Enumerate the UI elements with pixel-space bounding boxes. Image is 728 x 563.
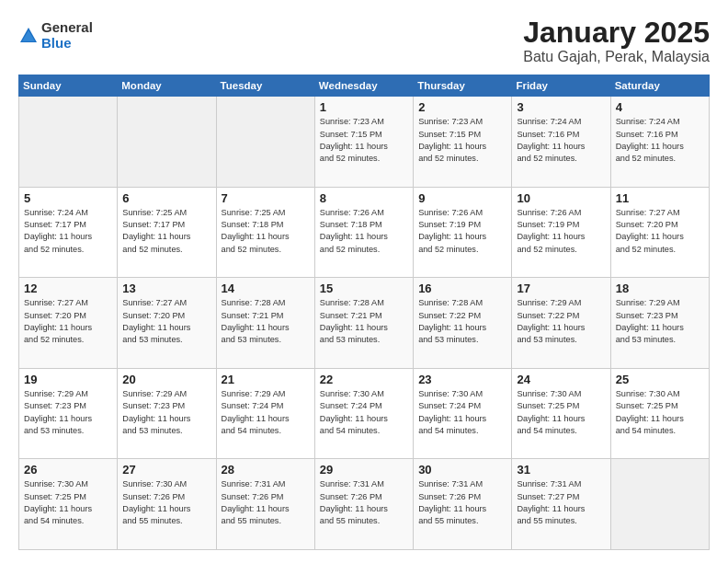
calendar-page: General Blue January 2025 Batu Gajah, Pe…: [0, 0, 728, 563]
day-info: Sunrise: 7:25 AM Sunset: 7:18 PM Dayligh…: [222, 207, 310, 256]
day-info: Sunrise: 7:30 AM Sunset: 7:25 PM Dayligh…: [616, 388, 704, 437]
day-number: 12: [24, 282, 112, 295]
day-number: 26: [24, 463, 112, 477]
day-number: 7: [222, 191, 310, 205]
day-number: 3: [517, 100, 605, 114]
day-cell: 31Sunrise: 7:31 AM Sunset: 7:27 PM Dayli…: [512, 459, 610, 550]
title-block: January 2025 Batu Gajah, Perak, Malaysia: [523, 17, 710, 65]
day-number: 29: [320, 463, 408, 477]
day-info: Sunrise: 7:29 AM Sunset: 7:24 PM Dayligh…: [222, 388, 310, 437]
day-cell: 12Sunrise: 7:27 AM Sunset: 7:20 PM Dayli…: [19, 278, 118, 369]
day-info: Sunrise: 7:24 AM Sunset: 7:16 PM Dayligh…: [517, 116, 605, 165]
day-cell: 9Sunrise: 7:26 AM Sunset: 7:19 PM Daylig…: [414, 187, 512, 278]
day-info: Sunrise: 7:26 AM Sunset: 7:19 PM Dayligh…: [418, 207, 506, 256]
header-row: SundayMondayTuesdayWednesdayThursdayFrid…: [19, 75, 710, 97]
day-number: 2: [418, 100, 506, 114]
day-cell: 19Sunrise: 7:29 AM Sunset: 7:23 PM Dayli…: [19, 368, 118, 459]
day-number: 22: [320, 373, 408, 386]
day-info: Sunrise: 7:30 AM Sunset: 7:25 PM Dayligh…: [24, 478, 112, 527]
day-info: Sunrise: 7:31 AM Sunset: 7:26 PM Dayligh…: [418, 478, 506, 527]
day-info: Sunrise: 7:30 AM Sunset: 7:25 PM Dayligh…: [517, 388, 605, 437]
day-info: Sunrise: 7:30 AM Sunset: 7:24 PM Dayligh…: [320, 388, 408, 437]
day-cell: 23Sunrise: 7:30 AM Sunset: 7:24 PM Dayli…: [414, 368, 512, 459]
day-cell: 15Sunrise: 7:28 AM Sunset: 7:21 PM Dayli…: [314, 278, 413, 369]
day-info: Sunrise: 7:29 AM Sunset: 7:23 PM Dayligh…: [616, 297, 704, 346]
day-info: Sunrise: 7:29 AM Sunset: 7:23 PM Dayligh…: [122, 388, 210, 437]
day-info: Sunrise: 7:30 AM Sunset: 7:26 PM Dayligh…: [122, 478, 210, 527]
day-info: Sunrise: 7:31 AM Sunset: 7:26 PM Dayligh…: [320, 478, 408, 527]
day-cell: 4Sunrise: 7:24 AM Sunset: 7:16 PM Daylig…: [610, 97, 709, 188]
week-row-2: 12Sunrise: 7:27 AM Sunset: 7:20 PM Dayli…: [19, 278, 710, 369]
day-cell: 29Sunrise: 7:31 AM Sunset: 7:26 PM Dayli…: [314, 459, 413, 550]
day-number: 18: [616, 282, 704, 295]
day-number: 23: [418, 373, 506, 386]
header-cell-thursday: Thursday: [414, 75, 512, 97]
day-number: 5: [24, 191, 112, 205]
day-info: Sunrise: 7:27 AM Sunset: 7:20 PM Dayligh…: [24, 297, 112, 346]
day-number: 21: [222, 373, 310, 386]
day-number: 13: [122, 282, 210, 295]
day-cell: [118, 97, 216, 188]
week-row-3: 19Sunrise: 7:29 AM Sunset: 7:23 PM Dayli…: [19, 368, 710, 459]
day-info: Sunrise: 7:27 AM Sunset: 7:20 PM Dayligh…: [616, 207, 704, 256]
day-info: Sunrise: 7:29 AM Sunset: 7:23 PM Dayligh…: [24, 388, 112, 437]
day-number: 24: [517, 373, 605, 386]
week-row-4: 26Sunrise: 7:30 AM Sunset: 7:25 PM Dayli…: [19, 459, 710, 550]
day-cell: 16Sunrise: 7:28 AM Sunset: 7:22 PM Dayli…: [414, 278, 512, 369]
day-info: Sunrise: 7:28 AM Sunset: 7:21 PM Dayligh…: [222, 297, 310, 346]
logo-icon: [18, 26, 39, 46]
day-cell: 8Sunrise: 7:26 AM Sunset: 7:18 PM Daylig…: [314, 187, 413, 278]
day-cell: [19, 97, 118, 188]
day-cell: 24Sunrise: 7:30 AM Sunset: 7:25 PM Dayli…: [512, 368, 610, 459]
day-info: Sunrise: 7:30 AM Sunset: 7:24 PM Dayligh…: [418, 388, 506, 437]
day-info: Sunrise: 7:23 AM Sunset: 7:15 PM Dayligh…: [320, 116, 408, 165]
day-cell: 21Sunrise: 7:29 AM Sunset: 7:24 PM Dayli…: [216, 368, 314, 459]
day-info: Sunrise: 7:29 AM Sunset: 7:22 PM Dayligh…: [517, 297, 605, 346]
day-cell: 14Sunrise: 7:28 AM Sunset: 7:21 PM Dayli…: [216, 278, 314, 369]
day-cell: 13Sunrise: 7:27 AM Sunset: 7:20 PM Dayli…: [118, 278, 216, 369]
day-info: Sunrise: 7:31 AM Sunset: 7:27 PM Dayligh…: [517, 478, 605, 527]
week-row-1: 5Sunrise: 7:24 AM Sunset: 7:17 PM Daylig…: [19, 187, 710, 278]
day-info: Sunrise: 7:24 AM Sunset: 7:16 PM Dayligh…: [616, 116, 704, 165]
week-row-0: 1Sunrise: 7:23 AM Sunset: 7:15 PM Daylig…: [19, 97, 710, 188]
logo: General Blue: [18, 20, 93, 51]
header-cell-sunday: Sunday: [19, 75, 118, 97]
day-cell: 3Sunrise: 7:24 AM Sunset: 7:16 PM Daylig…: [512, 97, 610, 188]
day-cell: 5Sunrise: 7:24 AM Sunset: 7:17 PM Daylig…: [19, 187, 118, 278]
day-info: Sunrise: 7:26 AM Sunset: 7:19 PM Dayligh…: [517, 207, 605, 256]
day-info: Sunrise: 7:26 AM Sunset: 7:18 PM Dayligh…: [320, 207, 408, 256]
day-info: Sunrise: 7:28 AM Sunset: 7:21 PM Dayligh…: [320, 297, 408, 346]
day-number: 30: [418, 463, 506, 477]
day-number: 27: [122, 463, 210, 477]
day-cell: 2Sunrise: 7:23 AM Sunset: 7:15 PM Daylig…: [414, 97, 512, 188]
day-number: 11: [616, 191, 704, 205]
day-number: 6: [122, 191, 210, 205]
day-number: 8: [320, 191, 408, 205]
day-info: Sunrise: 7:31 AM Sunset: 7:26 PM Dayligh…: [222, 478, 310, 527]
day-cell: 22Sunrise: 7:30 AM Sunset: 7:24 PM Dayli…: [314, 368, 413, 459]
day-cell: 6Sunrise: 7:25 AM Sunset: 7:17 PM Daylig…: [118, 187, 216, 278]
day-cell: 11Sunrise: 7:27 AM Sunset: 7:20 PM Dayli…: [610, 187, 709, 278]
day-number: 4: [616, 100, 704, 114]
day-cell: 10Sunrise: 7:26 AM Sunset: 7:19 PM Dayli…: [512, 187, 610, 278]
day-cell: 27Sunrise: 7:30 AM Sunset: 7:26 PM Dayli…: [118, 459, 216, 550]
day-number: 17: [517, 282, 605, 295]
day-number: 25: [616, 373, 704, 386]
day-number: 28: [222, 463, 310, 477]
day-number: 31: [517, 463, 605, 477]
day-number: 16: [418, 282, 506, 295]
day-info: Sunrise: 7:24 AM Sunset: 7:17 PM Dayligh…: [24, 207, 112, 256]
header: General Blue January 2025 Batu Gajah, Pe…: [18, 17, 710, 65]
day-cell: 20Sunrise: 7:29 AM Sunset: 7:23 PM Dayli…: [118, 368, 216, 459]
calendar-table: SundayMondayTuesdayWednesdayThursdayFrid…: [18, 75, 710, 550]
day-number: 9: [418, 191, 506, 205]
day-cell: 7Sunrise: 7:25 AM Sunset: 7:18 PM Daylig…: [216, 187, 314, 278]
day-cell: 17Sunrise: 7:29 AM Sunset: 7:22 PM Dayli…: [512, 278, 610, 369]
day-number: 1: [320, 100, 408, 114]
header-cell-monday: Monday: [118, 75, 216, 97]
header-cell-wednesday: Wednesday: [314, 75, 413, 97]
day-number: 20: [122, 373, 210, 386]
header-cell-saturday: Saturday: [610, 75, 709, 97]
day-info: Sunrise: 7:28 AM Sunset: 7:22 PM Dayligh…: [418, 297, 506, 346]
logo-text: General Blue: [41, 20, 93, 51]
